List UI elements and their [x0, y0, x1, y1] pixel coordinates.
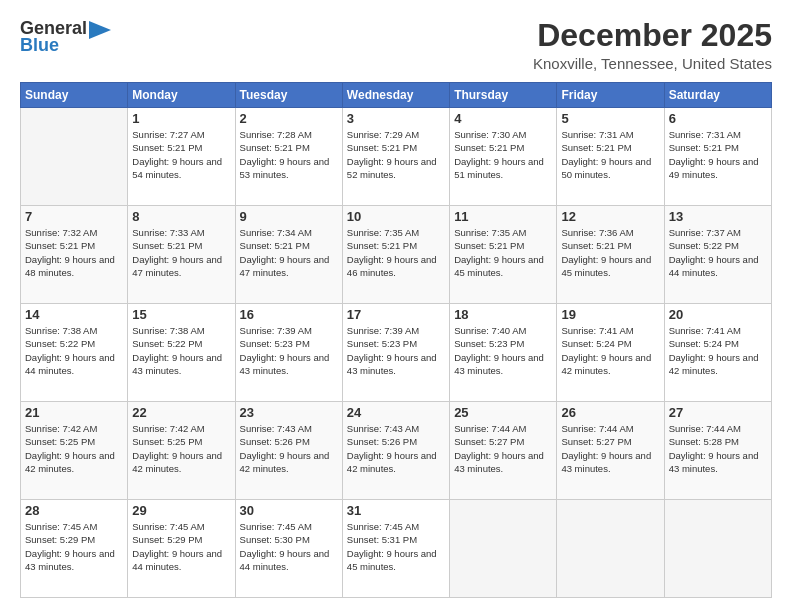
calendar-day-cell: 4 Sunrise: 7:30 AM Sunset: 5:21 PM Dayli…: [450, 108, 557, 206]
sunset-text: Sunset: 5:21 PM: [561, 240, 631, 251]
sunrise-text: Sunrise: 7:36 AM: [561, 227, 633, 238]
sunrise-text: Sunrise: 7:43 AM: [240, 423, 312, 434]
sunrise-text: Sunrise: 7:40 AM: [454, 325, 526, 336]
month-title: December 2025: [533, 18, 772, 53]
calendar-day-cell: 22 Sunrise: 7:42 AM Sunset: 5:25 PM Dayl…: [128, 402, 235, 500]
sunrise-text: Sunrise: 7:38 AM: [132, 325, 204, 336]
sunrise-text: Sunrise: 7:31 AM: [561, 129, 633, 140]
sunrise-text: Sunrise: 7:39 AM: [347, 325, 419, 336]
calendar-day-cell: 3 Sunrise: 7:29 AM Sunset: 5:21 PM Dayli…: [342, 108, 449, 206]
day-info: Sunrise: 7:31 AM Sunset: 5:21 PM Dayligh…: [669, 128, 767, 181]
day-info: Sunrise: 7:30 AM Sunset: 5:21 PM Dayligh…: [454, 128, 552, 181]
day-number: 24: [347, 405, 445, 420]
daylight-text: Daylight: 9 hours and 42 minutes.: [669, 352, 759, 376]
calendar-day-header: Wednesday: [342, 83, 449, 108]
calendar-day-cell: 26 Sunrise: 7:44 AM Sunset: 5:27 PM Dayl…: [557, 402, 664, 500]
daylight-text: Daylight: 9 hours and 54 minutes.: [132, 156, 222, 180]
sunrise-text: Sunrise: 7:43 AM: [347, 423, 419, 434]
sunset-text: Sunset: 5:21 PM: [347, 142, 417, 153]
calendar-day-cell: [450, 500, 557, 598]
logo-blue-text: Blue: [20, 35, 59, 56]
page: General Blue December 2025 Knoxville, Te…: [0, 0, 792, 612]
sunrise-text: Sunrise: 7:29 AM: [347, 129, 419, 140]
calendar-week-row: 14 Sunrise: 7:38 AM Sunset: 5:22 PM Dayl…: [21, 304, 772, 402]
location: Knoxville, Tennessee, United States: [533, 55, 772, 72]
sunset-text: Sunset: 5:30 PM: [240, 534, 310, 545]
sunset-text: Sunset: 5:26 PM: [240, 436, 310, 447]
calendar-day-cell: 15 Sunrise: 7:38 AM Sunset: 5:22 PM Dayl…: [128, 304, 235, 402]
sunrise-text: Sunrise: 7:31 AM: [669, 129, 741, 140]
day-number: 6: [669, 111, 767, 126]
sunset-text: Sunset: 5:23 PM: [347, 338, 417, 349]
day-number: 3: [347, 111, 445, 126]
sunrise-text: Sunrise: 7:44 AM: [454, 423, 526, 434]
day-number: 25: [454, 405, 552, 420]
daylight-text: Daylight: 9 hours and 48 minutes.: [25, 254, 115, 278]
sunrise-text: Sunrise: 7:44 AM: [669, 423, 741, 434]
day-number: 4: [454, 111, 552, 126]
day-number: 13: [669, 209, 767, 224]
sunrise-text: Sunrise: 7:27 AM: [132, 129, 204, 140]
daylight-text: Daylight: 9 hours and 42 minutes.: [240, 450, 330, 474]
calendar-day-cell: 20 Sunrise: 7:41 AM Sunset: 5:24 PM Dayl…: [664, 304, 771, 402]
sunrise-text: Sunrise: 7:42 AM: [132, 423, 204, 434]
sunrise-text: Sunrise: 7:42 AM: [25, 423, 97, 434]
calendar-day-cell: 28 Sunrise: 7:45 AM Sunset: 5:29 PM Dayl…: [21, 500, 128, 598]
day-number: 2: [240, 111, 338, 126]
day-number: 11: [454, 209, 552, 224]
day-info: Sunrise: 7:29 AM Sunset: 5:21 PM Dayligh…: [347, 128, 445, 181]
calendar-day-cell: 17 Sunrise: 7:39 AM Sunset: 5:23 PM Dayl…: [342, 304, 449, 402]
calendar-day-cell: 6 Sunrise: 7:31 AM Sunset: 5:21 PM Dayli…: [664, 108, 771, 206]
daylight-text: Daylight: 9 hours and 42 minutes.: [132, 450, 222, 474]
calendar-day-header: Tuesday: [235, 83, 342, 108]
calendar-day-header: Saturday: [664, 83, 771, 108]
sunset-text: Sunset: 5:22 PM: [25, 338, 95, 349]
calendar-header-row: SundayMondayTuesdayWednesdayThursdayFrid…: [21, 83, 772, 108]
calendar-day-cell: 13 Sunrise: 7:37 AM Sunset: 5:22 PM Dayl…: [664, 206, 771, 304]
logo: General Blue: [20, 18, 111, 56]
calendar-day-cell: 18 Sunrise: 7:40 AM Sunset: 5:23 PM Dayl…: [450, 304, 557, 402]
day-number: 27: [669, 405, 767, 420]
calendar-day-header: Friday: [557, 83, 664, 108]
day-info: Sunrise: 7:35 AM Sunset: 5:21 PM Dayligh…: [347, 226, 445, 279]
daylight-text: Daylight: 9 hours and 46 minutes.: [347, 254, 437, 278]
sunrise-text: Sunrise: 7:44 AM: [561, 423, 633, 434]
calendar-day-header: Thursday: [450, 83, 557, 108]
sunset-text: Sunset: 5:29 PM: [132, 534, 202, 545]
daylight-text: Daylight: 9 hours and 43 minutes.: [347, 352, 437, 376]
daylight-text: Daylight: 9 hours and 42 minutes.: [561, 352, 651, 376]
day-number: 19: [561, 307, 659, 322]
calendar-day-cell: 2 Sunrise: 7:28 AM Sunset: 5:21 PM Dayli…: [235, 108, 342, 206]
day-info: Sunrise: 7:45 AM Sunset: 5:29 PM Dayligh…: [132, 520, 230, 573]
sunset-text: Sunset: 5:24 PM: [669, 338, 739, 349]
sunrise-text: Sunrise: 7:37 AM: [669, 227, 741, 238]
sunset-text: Sunset: 5:21 PM: [240, 240, 310, 251]
day-info: Sunrise: 7:31 AM Sunset: 5:21 PM Dayligh…: [561, 128, 659, 181]
calendar-table: SundayMondayTuesdayWednesdayThursdayFrid…: [20, 82, 772, 598]
sunrise-text: Sunrise: 7:45 AM: [240, 521, 312, 532]
sunrise-text: Sunrise: 7:45 AM: [25, 521, 97, 532]
sunrise-text: Sunrise: 7:39 AM: [240, 325, 312, 336]
sunrise-text: Sunrise: 7:34 AM: [240, 227, 312, 238]
calendar-day-cell: 14 Sunrise: 7:38 AM Sunset: 5:22 PM Dayl…: [21, 304, 128, 402]
day-number: 23: [240, 405, 338, 420]
sunrise-text: Sunrise: 7:45 AM: [132, 521, 204, 532]
calendar-week-row: 1 Sunrise: 7:27 AM Sunset: 5:21 PM Dayli…: [21, 108, 772, 206]
calendar-day-cell: 19 Sunrise: 7:41 AM Sunset: 5:24 PM Dayl…: [557, 304, 664, 402]
daylight-text: Daylight: 9 hours and 43 minutes.: [240, 352, 330, 376]
daylight-text: Daylight: 9 hours and 43 minutes.: [561, 450, 651, 474]
daylight-text: Daylight: 9 hours and 45 minutes.: [347, 548, 437, 572]
day-number: 29: [132, 503, 230, 518]
sunset-text: Sunset: 5:27 PM: [454, 436, 524, 447]
sunset-text: Sunset: 5:21 PM: [132, 240, 202, 251]
day-number: 20: [669, 307, 767, 322]
day-info: Sunrise: 7:35 AM Sunset: 5:21 PM Dayligh…: [454, 226, 552, 279]
sunrise-text: Sunrise: 7:41 AM: [561, 325, 633, 336]
sunset-text: Sunset: 5:21 PM: [347, 240, 417, 251]
calendar-day-header: Monday: [128, 83, 235, 108]
day-info: Sunrise: 7:27 AM Sunset: 5:21 PM Dayligh…: [132, 128, 230, 181]
day-number: 18: [454, 307, 552, 322]
calendar-day-cell: 30 Sunrise: 7:45 AM Sunset: 5:30 PM Dayl…: [235, 500, 342, 598]
day-info: Sunrise: 7:41 AM Sunset: 5:24 PM Dayligh…: [669, 324, 767, 377]
sunset-text: Sunset: 5:22 PM: [669, 240, 739, 251]
